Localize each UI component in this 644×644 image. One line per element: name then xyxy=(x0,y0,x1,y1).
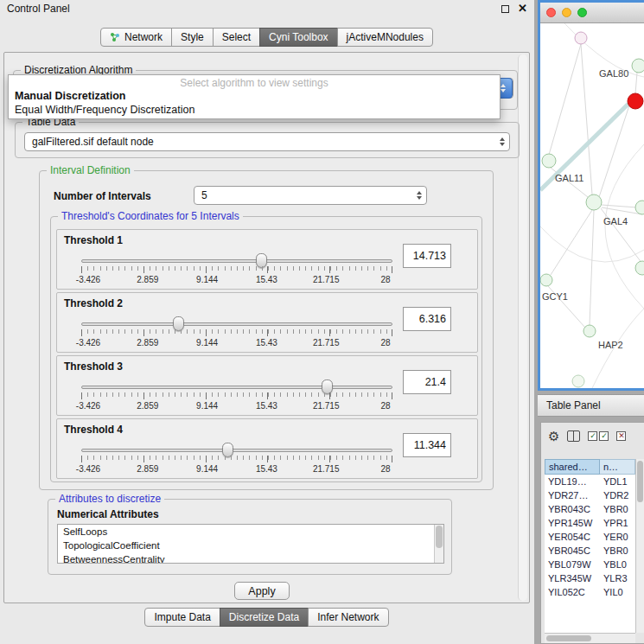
network-node[interactable] xyxy=(632,59,644,73)
slider-major-ticks xyxy=(81,329,392,336)
scale-label: 9.144 xyxy=(188,338,226,348)
threshold-slider[interactable]: -3.4262.8599.14415.4321.71528 xyxy=(81,379,392,411)
network-node[interactable] xyxy=(572,375,584,387)
network-node[interactable] xyxy=(635,261,644,275)
network-node-hap2[interactable] xyxy=(583,325,596,337)
threshold-slider[interactable]: -3.4262.8599.14415.4321.71528 xyxy=(81,252,392,285)
number-of-intervals-combobox[interactable]: 5 xyxy=(194,186,427,205)
threshold-value-input[interactable] xyxy=(403,433,451,457)
scale-label: -3.426 xyxy=(69,338,107,348)
slider-track[interactable] xyxy=(81,322,392,326)
tab-label: Discretize Data xyxy=(229,611,299,623)
scale-label: 21.715 xyxy=(307,338,345,348)
table-row[interactable]: YBR045CYBR0 xyxy=(545,544,635,558)
table-row[interactable]: YDR27…YDR2 xyxy=(545,488,635,502)
combobox-stepper-icon[interactable] xyxy=(417,191,422,200)
tab-discretize-data[interactable]: Discretize Data xyxy=(220,608,309,627)
close-traffic-light-icon[interactable] xyxy=(546,8,556,17)
list-item[interactable]: SelfLoops xyxy=(58,525,433,539)
apply-button[interactable]: Apply xyxy=(234,582,290,600)
columns-icon[interactable] xyxy=(567,430,580,442)
network-edge[interactable] xyxy=(581,44,592,194)
table-toolbar: ⚙ ✓✓ ✕ xyxy=(541,423,644,449)
slider-track[interactable] xyxy=(81,386,392,389)
table-row[interactable]: YBR043CYBR0 xyxy=(545,502,635,516)
cell-name: YPR1 xyxy=(600,518,635,528)
dropdown-option-manual-discretization[interactable]: Manual Discretization xyxy=(9,89,500,103)
network-node-label: GAL80 xyxy=(599,68,628,79)
cell-shared-name: YBR043C xyxy=(545,504,600,514)
bottom-tabstrip: Impute DataDiscretize DataInfer Network xyxy=(0,608,534,627)
cell-shared-name: YLR345W xyxy=(545,573,600,583)
table-row[interactable]: YPR145WYPR1 xyxy=(545,516,635,530)
table-vertical-scrollbar[interactable] xyxy=(635,459,644,633)
threshold-value-input[interactable] xyxy=(403,307,451,331)
threshold-label: Threshold 2 xyxy=(64,297,123,309)
list-item[interactable]: BetweennessCentrality xyxy=(58,552,433,564)
minimize-icon[interactable] xyxy=(501,5,509,13)
network-node-selected[interactable] xyxy=(628,93,643,109)
network-view-window: GAL80GAL11GAL4GCY1HAP2 xyxy=(538,0,644,391)
tab-select[interactable]: Select xyxy=(213,28,260,47)
tab-jactivemnodules[interactable]: jActiveMNodules xyxy=(337,28,433,47)
tab-network[interactable]: Network xyxy=(100,28,172,47)
numerical-attributes-label: Numerical Attributes xyxy=(57,508,159,520)
cell-name: YBL0 xyxy=(600,559,635,570)
table-row[interactable]: YLR345WYLR3 xyxy=(545,571,635,585)
slider-scale-labels: -3.4262.8599.14415.4321.71528 xyxy=(69,275,405,284)
tab-label: Select xyxy=(222,31,251,43)
gear-icon[interactable]: ⚙ xyxy=(548,430,559,443)
table-row[interactable]: YER054CYER0 xyxy=(545,530,635,544)
minimize-traffic-light-icon[interactable] xyxy=(562,8,571,17)
network-node-gal11[interactable] xyxy=(542,154,556,168)
top-tabstrip: NetworkStyleSelectCyni ToolboxjActiveMNo… xyxy=(0,28,534,47)
thresholds-group: Threshold's Coordinates for 5 Intervals … xyxy=(50,216,482,482)
attributes-group-title: Attributes to discretize xyxy=(55,493,164,506)
tab-infer-network[interactable]: Infer Network xyxy=(308,608,388,627)
threshold-value-input[interactable] xyxy=(403,244,451,268)
network-node-gcy1[interactable] xyxy=(540,274,552,286)
threshold-slider[interactable]: -3.4262.8599.14415.4321.71528 xyxy=(81,316,392,348)
network-node-gal4[interactable] xyxy=(586,194,602,210)
tab-impute-data[interactable]: Impute Data xyxy=(144,608,220,627)
network-edge[interactable] xyxy=(605,144,644,309)
scale-label: 2.859 xyxy=(129,464,167,474)
dropdown-option-equal-width-frequency[interactable]: Equal Width/Frequency Discretization xyxy=(9,103,500,117)
tab-style[interactable]: Style xyxy=(171,28,214,47)
threshold-value-input[interactable] xyxy=(403,370,451,394)
slider-track[interactable] xyxy=(81,449,392,452)
table-panel-window: ⚙ ✓✓ ✕ shared… n… YDL19…YDL1YDR27…YDR2YB… xyxy=(540,422,644,644)
column-header-shared-name[interactable]: shared… xyxy=(545,459,600,475)
network-edge[interactable] xyxy=(590,210,594,325)
cell-shared-name: YER054C xyxy=(545,532,600,542)
scale-label: 21.715 xyxy=(307,401,345,411)
table-row[interactable]: YIL052CYIL0 xyxy=(545,585,635,599)
network-edge[interactable] xyxy=(635,73,637,93)
slider-track[interactable] xyxy=(81,259,392,263)
interval-definition-title: Interval Definition xyxy=(47,164,134,177)
slider-scale-labels: -3.4262.8599.14415.4321.71528 xyxy=(69,464,405,474)
table-row[interactable]: YDL19…YDL1 xyxy=(545,475,635,488)
list-item[interactable]: TopologicalCoefficient xyxy=(58,539,433,552)
threshold-slider[interactable]: -3.4262.8599.14415.4321.71528 xyxy=(81,442,392,475)
scale-label: 15.43 xyxy=(247,464,285,474)
clear-selection-icon[interactable]: ✕ xyxy=(616,431,626,441)
threshold-box: Threshold 2 -3.4262.8599.14415.4321.7152… xyxy=(56,292,478,353)
close-icon[interactable]: ✕ xyxy=(518,4,527,13)
attributes-list-items: SelfLoopsTopologicalCoefficientBetweenne… xyxy=(58,525,443,564)
network-node[interactable] xyxy=(575,32,587,44)
tab-cyni-toolbox[interactable]: Cyni Toolbox xyxy=(259,28,337,47)
network-edge[interactable] xyxy=(549,44,581,155)
table-data-combobox[interactable]: galFiltered.sif default node xyxy=(24,132,510,151)
zoom-traffic-light-icon[interactable] xyxy=(577,8,587,17)
table-horizontal-scrollbar[interactable] xyxy=(545,633,635,643)
select-all-icon[interactable]: ✓✓ xyxy=(588,431,609,441)
list-scrollbar[interactable] xyxy=(434,525,443,563)
table-row[interactable]: YBL079WYBL0 xyxy=(545,558,635,571)
threshold-box: Threshold 3 -3.4262.8599.14415.4321.7152… xyxy=(56,355,478,416)
numerical-attributes-list[interactable]: SelfLoopsTopologicalCoefficientBetweenne… xyxy=(57,524,444,564)
column-header-name[interactable]: n… xyxy=(600,459,635,475)
network-node[interactable] xyxy=(635,201,644,214)
combobox-stepper-icon[interactable] xyxy=(500,137,505,146)
network-canvas[interactable]: GAL80GAL11GAL4GCY1HAP2 xyxy=(540,23,644,388)
